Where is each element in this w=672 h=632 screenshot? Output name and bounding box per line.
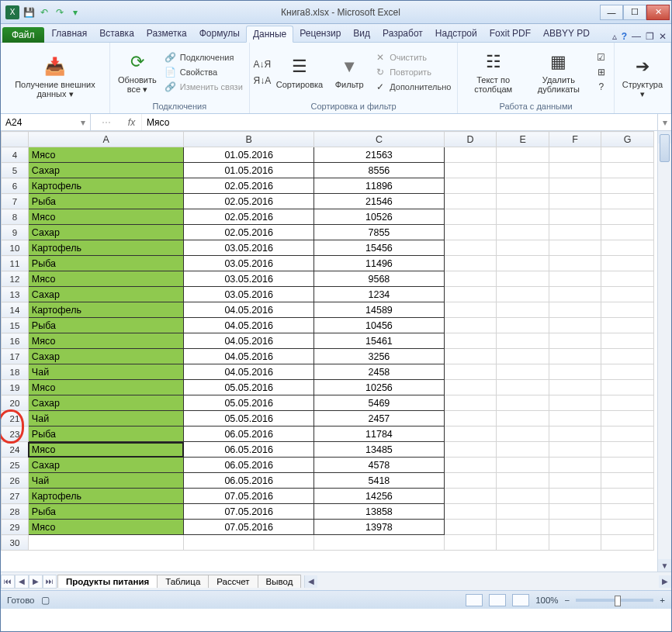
row-header-8[interactable]: 8 — [2, 209, 29, 225]
row-header-19[interactable]: 19 — [2, 380, 29, 395]
cell[interactable]: Мясо — [28, 209, 183, 225]
cell[interactable] — [601, 163, 654, 178]
cell[interactable]: 04.05.2016 — [184, 302, 314, 318]
cell[interactable]: 15461 — [314, 333, 445, 349]
cell[interactable] — [549, 442, 601, 458]
cell[interactable] — [601, 287, 654, 302]
cell[interactable] — [184, 535, 314, 551]
cell[interactable] — [601, 504, 654, 520]
cell[interactable]: Сахар — [28, 287, 183, 302]
cell[interactable]: 5418 — [314, 473, 445, 489]
row-header-25[interactable]: 25 — [2, 458, 29, 473]
cell[interactable]: 14256 — [314, 489, 445, 504]
cell[interactable]: 10256 — [314, 380, 445, 395]
cell[interactable]: 21546 — [314, 194, 445, 209]
cell[interactable] — [444, 458, 497, 473]
cell[interactable] — [444, 364, 497, 380]
cell[interactable] — [444, 302, 497, 318]
cell[interactable] — [549, 380, 601, 395]
cell[interactable] — [549, 240, 601, 256]
cell[interactable]: 03.05.2016 — [184, 240, 314, 256]
cell[interactable] — [549, 535, 601, 551]
row-header-13[interactable]: 13 — [2, 287, 29, 302]
cell[interactable]: Сахар — [28, 458, 183, 473]
remove-duplicates-button[interactable]: ▦ Удалить дубликаты — [527, 48, 591, 95]
cell[interactable] — [549, 271, 601, 287]
vertical-scrollbar[interactable]: ▲ ▼ — [657, 131, 671, 572]
name-box[interactable]: A24▾ — [1, 114, 91, 130]
data-validation-button[interactable]: ☑ — [594, 50, 609, 64]
cell[interactable] — [497, 287, 549, 302]
cell[interactable] — [497, 489, 549, 504]
horizontal-scrollbar[interactable]: ◀ ▶ — [304, 575, 671, 588]
cell[interactable]: 3256 — [314, 349, 445, 364]
cell[interactable] — [497, 411, 549, 427]
cell[interactable]: 03.05.2016 — [184, 287, 314, 302]
column-header-F[interactable]: F — [549, 132, 601, 147]
sheet-tab[interactable]: Продукты питания — [57, 575, 158, 588]
cell[interactable]: 04.05.2016 — [184, 318, 314, 333]
cell[interactable] — [497, 318, 549, 333]
cell[interactable] — [444, 504, 497, 520]
cell[interactable] — [549, 349, 601, 364]
maximize-button[interactable]: ☐ — [623, 5, 646, 20]
cell[interactable] — [549, 411, 601, 427]
hscroll-right-icon[interactable]: ▶ — [659, 575, 671, 588]
cell[interactable] — [601, 395, 654, 411]
filter-button[interactable]: ▼ Фильтр — [329, 53, 369, 92]
cell[interactable] — [497, 240, 549, 256]
cell[interactable] — [497, 395, 549, 411]
row-header-10[interactable]: 10 — [2, 240, 29, 256]
cell[interactable] — [497, 427, 549, 442]
cell[interactable] — [601, 178, 654, 194]
cell[interactable] — [601, 333, 654, 349]
cell[interactable] — [601, 240, 654, 256]
cell[interactable] — [601, 225, 654, 240]
cell[interactable]: 06.05.2016 — [184, 442, 314, 458]
cell[interactable]: 06.05.2016 — [184, 473, 314, 489]
cell[interactable]: 5469 — [314, 395, 445, 411]
cell[interactable] — [549, 178, 601, 194]
row-header-7[interactable]: 7 — [2, 194, 29, 209]
sort-button[interactable]: ☰ Сортировка — [273, 53, 326, 92]
cell[interactable] — [444, 147, 497, 163]
cell[interactable] — [549, 473, 601, 489]
sort-asc-button[interactable]: А↓Я — [255, 57, 270, 71]
cell[interactable] — [497, 520, 549, 535]
cell[interactable] — [314, 535, 445, 551]
cell[interactable] — [549, 302, 601, 318]
cell[interactable] — [549, 364, 601, 380]
cell[interactable] — [497, 364, 549, 380]
cell[interactable]: 2457 — [314, 411, 445, 427]
cell[interactable] — [549, 147, 601, 163]
cell[interactable] — [549, 194, 601, 209]
zoom-in-button[interactable]: + — [660, 596, 665, 605]
column-header-B[interactable]: B — [184, 132, 314, 147]
cell[interactable]: Картофель — [28, 178, 183, 194]
cell[interactable] — [444, 380, 497, 395]
cell[interactable] — [497, 504, 549, 520]
fx-icon[interactable]: fx — [122, 114, 142, 130]
cell[interactable]: Чай — [28, 473, 183, 489]
sort-desc-button[interactable]: Я↓А — [255, 74, 270, 88]
cell[interactable] — [601, 442, 654, 458]
row-header-11[interactable]: 11 — [2, 256, 29, 271]
sheet-nav-last-icon[interactable]: ⏭ — [43, 575, 57, 589]
cell[interactable] — [601, 427, 654, 442]
cell[interactable] — [601, 489, 654, 504]
cell[interactable]: 8556 — [314, 163, 445, 178]
cell[interactable] — [497, 473, 549, 489]
row-header-26[interactable]: 26 — [2, 473, 29, 489]
cell[interactable]: 02.05.2016 — [184, 178, 314, 194]
mdi-close-icon[interactable]: ✕ — [659, 31, 667, 42]
cell[interactable]: 4578 — [314, 458, 445, 473]
clear-filter-button[interactable]: ✕Очистить — [372, 50, 452, 64]
row-header-18[interactable]: 18 — [2, 364, 29, 380]
cell[interactable]: Рыба — [28, 318, 183, 333]
cell[interactable] — [28, 535, 183, 551]
cell[interactable]: 11784 — [314, 427, 445, 442]
cell[interactable] — [497, 178, 549, 194]
cell[interactable] — [444, 209, 497, 225]
sheet-tab[interactable]: Рассчет — [208, 575, 258, 588]
cell[interactable]: 7855 — [314, 225, 445, 240]
